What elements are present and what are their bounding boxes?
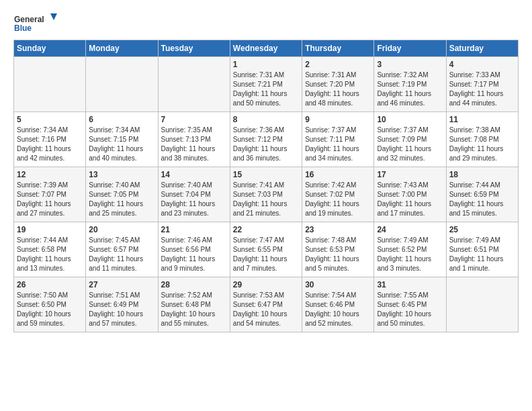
day-number: 4 [449, 60, 515, 69]
day-cell: 28Sunrise: 7:52 AM Sunset: 6:48 PM Dayli… [158, 277, 230, 332]
week-row-2: 5Sunrise: 7:34 AM Sunset: 7:16 PM Daylig… [14, 112, 519, 167]
day-number: 22 [233, 225, 299, 234]
svg-text:Blue: Blue [14, 24, 32, 33]
day-info: Sunrise: 7:37 AM Sunset: 7:09 PM Dayligh… [377, 126, 443, 163]
day-info: Sunrise: 7:47 AM Sunset: 6:55 PM Dayligh… [233, 236, 299, 273]
svg-text:General: General [14, 15, 44, 24]
day-number: 5 [17, 115, 83, 124]
day-number: 11 [449, 115, 515, 124]
day-cell [446, 277, 518, 332]
day-number: 29 [233, 280, 299, 289]
day-cell: 22Sunrise: 7:47 AM Sunset: 6:55 PM Dayli… [230, 222, 302, 277]
day-info: Sunrise: 7:34 AM Sunset: 7:15 PM Dayligh… [89, 126, 154, 163]
day-cell: 12Sunrise: 7:39 AM Sunset: 7:07 PM Dayli… [14, 167, 86, 222]
day-cell: 30Sunrise: 7:54 AM Sunset: 6:46 PM Dayli… [302, 277, 374, 332]
day-info: Sunrise: 7:44 AM Sunset: 6:58 PM Dayligh… [17, 236, 83, 273]
day-info: Sunrise: 7:37 AM Sunset: 7:11 PM Dayligh… [305, 126, 371, 163]
day-cell: 1Sunrise: 7:31 AM Sunset: 7:21 PM Daylig… [230, 57, 302, 112]
day-info: Sunrise: 7:50 AM Sunset: 6:50 PM Dayligh… [17, 291, 83, 328]
day-number: 7 [161, 115, 227, 124]
day-number: 14 [161, 170, 227, 179]
day-number: 19 [17, 225, 83, 234]
day-cell: 2Sunrise: 7:31 AM Sunset: 7:20 PM Daylig… [302, 57, 374, 112]
day-number: 1 [233, 60, 299, 69]
day-number: 16 [305, 170, 371, 179]
day-info: Sunrise: 7:44 AM Sunset: 6:59 PM Dayligh… [449, 181, 515, 218]
day-number: 8 [233, 115, 299, 124]
week-row-4: 19Sunrise: 7:44 AM Sunset: 6:58 PM Dayli… [14, 222, 519, 277]
calendar-page: General Blue SundayMondayTuesdayWednesda… [0, 0, 532, 343]
day-cell: 21Sunrise: 7:46 AM Sunset: 6:56 PM Dayli… [158, 222, 230, 277]
day-cell: 11Sunrise: 7:38 AM Sunset: 7:08 PM Dayli… [446, 112, 518, 167]
day-info: Sunrise: 7:46 AM Sunset: 6:56 PM Dayligh… [161, 236, 227, 273]
day-info: Sunrise: 7:39 AM Sunset: 7:07 PM Dayligh… [17, 181, 83, 218]
day-cell: 7Sunrise: 7:35 AM Sunset: 7:13 PM Daylig… [158, 112, 230, 167]
day-cell: 10Sunrise: 7:37 AM Sunset: 7:09 PM Dayli… [374, 112, 446, 167]
logo-icon: General Blue [13, 11, 60, 34]
day-number: 13 [89, 170, 154, 179]
day-info: Sunrise: 7:31 AM Sunset: 7:21 PM Dayligh… [233, 71, 299, 108]
day-info: Sunrise: 7:41 AM Sunset: 7:03 PM Dayligh… [233, 181, 299, 218]
day-cell: 19Sunrise: 7:44 AM Sunset: 6:58 PM Dayli… [14, 222, 86, 277]
svg-marker-2 [50, 13, 57, 20]
day-cell: 3Sunrise: 7:32 AM Sunset: 7:19 PM Daylig… [374, 57, 446, 112]
day-cell: 13Sunrise: 7:40 AM Sunset: 7:05 PM Dayli… [86, 167, 158, 222]
day-number: 10 [377, 115, 443, 124]
day-number: 27 [89, 280, 154, 289]
day-cell: 23Sunrise: 7:48 AM Sunset: 6:53 PM Dayli… [302, 222, 374, 277]
day-cell: 18Sunrise: 7:44 AM Sunset: 6:59 PM Dayli… [446, 167, 518, 222]
day-info: Sunrise: 7:53 AM Sunset: 6:47 PM Dayligh… [233, 291, 299, 328]
day-cell [86, 57, 158, 112]
day-number: 31 [377, 280, 443, 289]
day-number: 21 [161, 225, 227, 234]
day-info: Sunrise: 7:40 AM Sunset: 7:05 PM Dayligh… [89, 181, 154, 218]
day-info: Sunrise: 7:42 AM Sunset: 7:02 PM Dayligh… [305, 181, 371, 218]
day-info: Sunrise: 7:31 AM Sunset: 7:20 PM Dayligh… [305, 71, 371, 108]
day-cell: 16Sunrise: 7:42 AM Sunset: 7:02 PM Dayli… [302, 167, 374, 222]
day-cell: 4Sunrise: 7:33 AM Sunset: 7:17 PM Daylig… [446, 57, 518, 112]
day-number: 2 [305, 60, 371, 69]
header-wednesday: Wednesday [230, 40, 302, 57]
day-info: Sunrise: 7:49 AM Sunset: 6:51 PM Dayligh… [449, 236, 515, 273]
day-number: 23 [305, 225, 371, 234]
day-cell [158, 57, 230, 112]
header-saturday: Saturday [446, 40, 518, 57]
day-info: Sunrise: 7:54 AM Sunset: 6:46 PM Dayligh… [305, 291, 371, 328]
day-number: 6 [89, 115, 154, 124]
day-cell: 27Sunrise: 7:51 AM Sunset: 6:49 PM Dayli… [86, 277, 158, 332]
day-number: 9 [305, 115, 371, 124]
calendar-header: General Blue [13, 11, 519, 34]
day-cell: 9Sunrise: 7:37 AM Sunset: 7:11 PM Daylig… [302, 112, 374, 167]
header-monday: Monday [86, 40, 158, 57]
day-cell: 15Sunrise: 7:41 AM Sunset: 7:03 PM Dayli… [230, 167, 302, 222]
day-cell: 8Sunrise: 7:36 AM Sunset: 7:12 PM Daylig… [230, 112, 302, 167]
week-row-5: 26Sunrise: 7:50 AM Sunset: 6:50 PM Dayli… [14, 277, 519, 332]
day-info: Sunrise: 7:32 AM Sunset: 7:19 PM Dayligh… [377, 71, 443, 108]
day-number: 25 [449, 225, 515, 234]
day-number: 3 [377, 60, 443, 69]
header-friday: Friday [374, 40, 446, 57]
day-number: 17 [377, 170, 443, 179]
day-info: Sunrise: 7:48 AM Sunset: 6:53 PM Dayligh… [305, 236, 371, 273]
day-info: Sunrise: 7:33 AM Sunset: 7:17 PM Dayligh… [449, 71, 515, 108]
day-info: Sunrise: 7:40 AM Sunset: 7:04 PM Dayligh… [161, 181, 227, 218]
day-cell: 20Sunrise: 7:45 AM Sunset: 6:57 PM Dayli… [86, 222, 158, 277]
day-info: Sunrise: 7:45 AM Sunset: 6:57 PM Dayligh… [89, 236, 154, 273]
header-thursday: Thursday [302, 40, 374, 57]
day-cell [14, 57, 86, 112]
day-cell: 14Sunrise: 7:40 AM Sunset: 7:04 PM Dayli… [158, 167, 230, 222]
day-cell: 31Sunrise: 7:55 AM Sunset: 6:45 PM Dayli… [374, 277, 446, 332]
day-info: Sunrise: 7:52 AM Sunset: 6:48 PM Dayligh… [161, 291, 227, 328]
day-info: Sunrise: 7:36 AM Sunset: 7:12 PM Dayligh… [233, 126, 299, 163]
week-row-1: 1Sunrise: 7:31 AM Sunset: 7:21 PM Daylig… [14, 57, 519, 112]
day-number: 15 [233, 170, 299, 179]
calendar-table: SundayMondayTuesdayWednesdayThursdayFrid… [13, 40, 519, 332]
day-number: 30 [305, 280, 371, 289]
day-info: Sunrise: 7:35 AM Sunset: 7:13 PM Dayligh… [161, 126, 227, 163]
day-number: 18 [449, 170, 515, 179]
day-number: 24 [377, 225, 443, 234]
header-sunday: Sunday [14, 40, 86, 57]
day-number: 12 [17, 170, 83, 179]
day-cell: 25Sunrise: 7:49 AM Sunset: 6:51 PM Dayli… [446, 222, 518, 277]
day-number: 20 [89, 225, 154, 234]
